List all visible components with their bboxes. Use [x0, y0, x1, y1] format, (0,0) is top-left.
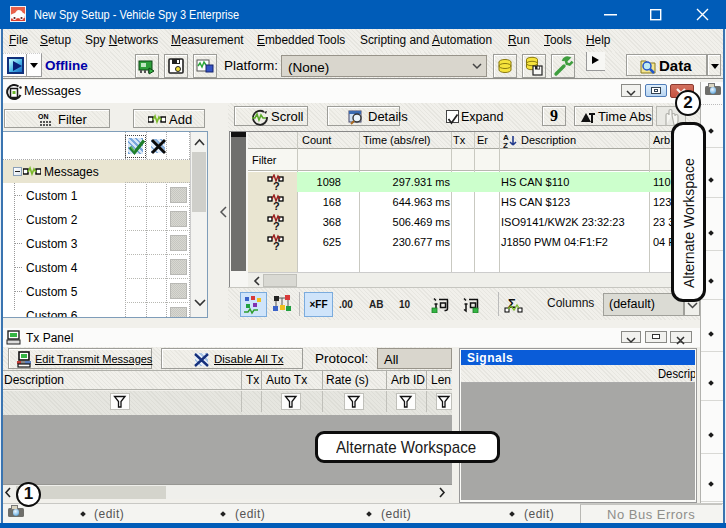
- svg-text:?: ?: [273, 200, 280, 211]
- svg-text:?: ?: [273, 180, 280, 191]
- svg-text:?: ?: [273, 240, 280, 251]
- svg-text:Z: Z: [503, 141, 508, 149]
- svg-text:ON: ON: [38, 113, 49, 120]
- svg-text:?: ?: [273, 220, 280, 231]
